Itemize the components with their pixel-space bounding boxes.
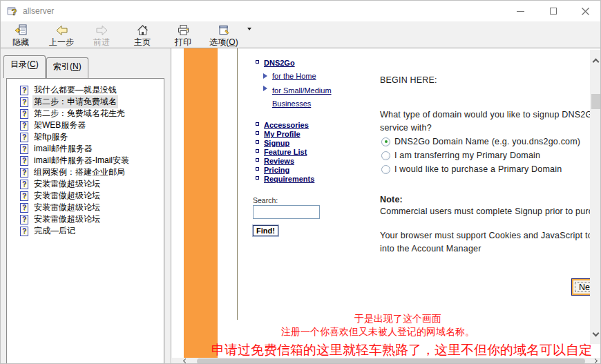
- tab-index[interactable]: 索引(N): [46, 57, 88, 78]
- nav-link-my-profile[interactable]: My Profile: [264, 130, 300, 138]
- printer-icon: [177, 24, 190, 37]
- help-topic-icon: ?: [20, 191, 28, 201]
- scroll-left-icon[interactable]: [183, 358, 188, 363]
- tree-item[interactable]: ?组网案例：搭建企业邮局: [7, 166, 164, 178]
- note-text: Commercial users must complete Signup pr…: [380, 207, 601, 216]
- window-title: allserver: [23, 6, 54, 16]
- tree-item[interactable]: ?安装雷傲超级论坛: [7, 178, 164, 190]
- page-accent-bar: [184, 48, 218, 358]
- tree-item-selected[interactable]: ?第二步：申请免费域名: [7, 96, 164, 108]
- scroll-up-icon[interactable]: [593, 59, 600, 66]
- square-bullet-icon: [256, 176, 259, 180]
- maximize-icon: [550, 8, 557, 15]
- forward-arrow-icon: [95, 24, 108, 37]
- back-arrow-icon: [55, 24, 68, 37]
- radio-selected-icon: [381, 137, 390, 146]
- tree-item[interactable]: ?架ftp服务: [7, 131, 164, 143]
- forward-button[interactable]: 前进: [85, 23, 118, 47]
- close-icon: [582, 8, 589, 15]
- svg-text:?: ?: [12, 7, 17, 17]
- arrow-bullet-icon: [263, 73, 267, 79]
- square-bullet-icon: [256, 167, 259, 171]
- square-bullet-icon: [256, 140, 259, 144]
- hide-button-label: 隐藏: [5, 37, 37, 48]
- nav-link-reviews[interactable]: Reviews: [264, 157, 294, 165]
- vertical-scrollbar[interactable]: [590, 50, 601, 344]
- panel-splitter[interactable]: [171, 48, 171, 364]
- back-button-label: 上一步: [44, 37, 79, 48]
- horizontal-scrollbar-thumb[interactable]: [197, 358, 585, 364]
- minimize-button[interactable]: [508, 3, 532, 19]
- nav-link-requirements[interactable]: Requirements: [264, 175, 314, 183]
- print-button[interactable]: 打印: [168, 23, 198, 47]
- help-topic-icon: ?: [20, 227, 28, 236]
- annotation-line3: 申请过免费信箱的这里就轻车熟路了，这里不但你的域名可以自定: [211, 341, 592, 359]
- annotation-line1: 于是出现了这个画面: [354, 313, 441, 325]
- options-icon: [218, 24, 231, 37]
- browser-requirement-line2: into the Account Manager: [380, 244, 481, 253]
- help-topic-icon: ?: [20, 97, 28, 107]
- radio-unselected-icon: [381, 165, 390, 174]
- back-button[interactable]: 上一步: [44, 23, 79, 47]
- hide-button[interactable]: 隐藏: [5, 23, 37, 47]
- tab-contents[interactable]: 目录(C): [3, 55, 46, 78]
- help-topic-icon: ?: [20, 86, 28, 95]
- annotation-line2: 注册一个你喜欢但又未被人登记的网域名称。: [281, 326, 475, 338]
- maximize-button[interactable]: [542, 3, 565, 19]
- home-button[interactable]: 主页: [126, 23, 158, 47]
- help-app-icon: ?: [7, 5, 19, 17]
- radio-transfer-domain[interactable]: I am transferring my Primary Domain: [381, 150, 540, 161]
- tree-item[interactable]: ?完成—后记: [7, 225, 164, 237]
- tree-item[interactable]: ?安装雷傲超级论坛: [7, 202, 164, 213]
- search-label: Search:: [253, 196, 278, 204]
- help-topic-icon: ?: [20, 215, 28, 224]
- help-topic-icon: ?: [20, 168, 28, 178]
- find-button[interactable]: Find!: [253, 225, 278, 236]
- nav-link-for-the-home[interactable]: for the Home: [272, 72, 316, 80]
- help-topic-icon: ?: [20, 121, 28, 131]
- nav-link-dns2go[interactable]: DNS2Go: [264, 59, 295, 67]
- horizontal-scrollbar[interactable]: [172, 358, 601, 364]
- close-button[interactable]: [573, 3, 597, 19]
- tree-item[interactable]: ?我什么都要—就是没钱: [7, 84, 164, 96]
- options-button[interactable]: 选项(O): [202, 23, 245, 47]
- minimize-icon: [517, 11, 524, 12]
- home-button-label: 主页: [126, 37, 158, 48]
- nav-link-pricing[interactable]: Pricing: [264, 166, 289, 174]
- options-button-label: 选项(O): [202, 37, 245, 48]
- square-bullet-icon: [256, 158, 259, 162]
- nav-column-divider: [237, 48, 238, 320]
- question-text-line2: service with?: [380, 123, 432, 133]
- nav-link-accessories[interactable]: Accessories: [264, 121, 309, 129]
- arrow-bullet-icon: [263, 86, 267, 91]
- radio-purchase-domain[interactable]: I would like to purchase a Primary Domai…: [381, 164, 562, 175]
- tree-item[interactable]: ?安装雷傲超级论坛: [7, 213, 164, 225]
- search-input[interactable]: [253, 205, 320, 219]
- tree-item[interactable]: ?imail邮件服务器: [7, 143, 164, 155]
- begin-here-heading: BEGIN HERE:: [380, 75, 437, 85]
- scroll-right-icon[interactable]: [593, 358, 598, 363]
- square-bullet-icon: [256, 60, 259, 64]
- nav-link-for-small-medium-businesses[interactable]: for Small/Medium Businesses: [272, 84, 352, 111]
- print-button-label: 打印: [168, 37, 198, 48]
- browser-requirement-line1: Your browser must support Cookies and Ja…: [380, 231, 601, 240]
- square-bullet-icon: [256, 149, 259, 153]
- scroll-down-icon[interactable]: [593, 330, 600, 337]
- help-topic-icon: ?: [20, 109, 28, 119]
- nav-link-feature-list[interactable]: Feature List: [264, 148, 307, 156]
- radio-dns2go-domain[interactable]: DNS2Go Domain Name (e.g. you.dns2go.com): [381, 136, 580, 147]
- tree-item[interactable]: ?第二步：免费域名花生壳: [7, 108, 164, 119]
- radio-unselected-icon: [381, 151, 390, 160]
- note-title: Note:: [380, 195, 403, 204]
- options-dropdown-icon: [247, 28, 251, 30]
- help-topic-icon: ?: [20, 156, 28, 166]
- nav-link-signup[interactable]: Signup: [264, 139, 289, 147]
- hide-panel-icon: [15, 24, 28, 37]
- tree-item[interactable]: ?架WEB服务器: [7, 119, 164, 131]
- tree-item[interactable]: ?imail邮件服务器-Imail安装: [7, 155, 164, 166]
- vertical-scrollbar-thumb[interactable]: [591, 94, 600, 109]
- tree-item[interactable]: ?安装雷傲超级论坛: [7, 190, 164, 202]
- home-icon: [136, 24, 149, 37]
- navigation-panel: 目录(C) 索引(N) ?我什么都要—就是没钱 ?第二步：申请免费域名 ?第二步…: [1, 48, 171, 364]
- help-topic-icon: ?: [20, 203, 28, 213]
